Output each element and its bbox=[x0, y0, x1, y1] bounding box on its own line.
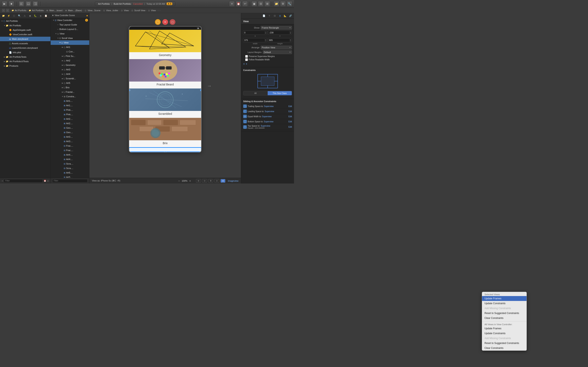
trailing-edit-btn[interactable]: Edit bbox=[288, 105, 292, 108]
file-inspector-tab[interactable]: 📄 bbox=[262, 14, 266, 18]
art1-c1-item[interactable]: ⊞ Art1.... bbox=[51, 99, 89, 103]
art1-c2-item[interactable]: ⊞ Art1.... bbox=[51, 103, 89, 108]
toggle-debug-button[interactable] bbox=[26, 1, 31, 7]
fractal-item[interactable]: ▶ L Fractal... bbox=[51, 90, 89, 94]
follow-checkbox[interactable] bbox=[245, 58, 248, 61]
canvas-mode-btn-imageview[interactable]: ⊡ bbox=[221, 179, 225, 183]
stop-button[interactable]: ■ bbox=[9, 1, 14, 7]
equal-width-edit-btn[interactable]: Edit bbox=[288, 115, 292, 118]
attributes-inspector-tab[interactable]: 🎚 bbox=[278, 14, 282, 18]
scene-tree-filter-input[interactable] bbox=[52, 179, 87, 183]
art1-item[interactable]: ▶ ◻ Art1 bbox=[51, 45, 89, 49]
connections-inspector-tab[interactable]: 🔗 bbox=[288, 14, 293, 18]
breadcrumb-nav-prev[interactable]: ‹ bbox=[158, 9, 159, 11]
utilities-toggle-button[interactable]: 🔧 bbox=[287, 1, 292, 7]
debug-toggle-button[interactable]: ⚙ bbox=[280, 1, 286, 7]
con-item[interactable]: ▶ ⊡ Con... bbox=[51, 49, 89, 54]
related-button[interactable]: ↩ bbox=[242, 1, 248, 7]
debug-navigator-tab[interactable]: 🐛 bbox=[33, 14, 38, 18]
main-storyboard-item[interactable]: ▶ 🗂 Main.storyboard bbox=[0, 37, 51, 41]
art4-item[interactable]: ▶ ◻ Art4 bbox=[51, 72, 89, 76]
arrange-select[interactable]: Position View ▼ bbox=[261, 46, 292, 49]
geo-c2-item[interactable]: ⊞ Geo.... bbox=[51, 130, 89, 134]
show-select[interactable]: Frame Rectangle ▼ bbox=[261, 26, 292, 30]
add-file-button[interactable]: + bbox=[2, 180, 3, 182]
canvas-mode-btn-4[interactable]: ⊡ bbox=[214, 179, 219, 183]
history-button[interactable]: ⏰ bbox=[236, 1, 241, 7]
brix-item[interactable]: ▶ L Brix bbox=[51, 85, 89, 90]
canvas-mode-btn-1[interactable]: ⊞ bbox=[196, 179, 201, 183]
width-stepper-up[interactable]: ▲ bbox=[265, 39, 267, 40]
y-input[interactable] bbox=[268, 31, 290, 34]
canvas-mode-btn-3[interactable]: ≣ bbox=[208, 179, 213, 183]
art4-c1-item[interactable]: ⊞ Art4.... bbox=[51, 152, 89, 157]
handle-bottom-center[interactable] bbox=[164, 151, 166, 152]
view-controller-item[interactable]: ▶ 🔶 ViewController.swift bbox=[0, 32, 51, 37]
bottom-layout-item[interactable]: ▶ ─ Bottom Layout G... bbox=[51, 27, 89, 31]
art3-c2-item[interactable]: ⊞ Art3.... bbox=[51, 139, 89, 143]
art-portfolio-group-item[interactable]: ▼ 📁 Art Portfolio bbox=[0, 23, 51, 28]
breadcrumb-scroll-view[interactable]: ◻ Scroll View bbox=[131, 9, 145, 12]
constraints-size-class-tab[interactable]: This Size Class bbox=[268, 91, 292, 95]
height-stepper-up[interactable]: ▲ bbox=[290, 39, 292, 40]
report-navigator-tab[interactable]: 📋 bbox=[44, 14, 48, 18]
warning-badge[interactable]: ⚠ 1 bbox=[167, 2, 172, 5]
identity-inspector-tab[interactable]: ⊡ bbox=[272, 14, 277, 18]
top-edit-btn[interactable]: Edit bbox=[288, 126, 292, 128]
toggle-navigator-button[interactable] bbox=[18, 1, 24, 7]
layout-margins-select[interactable]: Default ▼ bbox=[263, 50, 292, 54]
handle-left[interactable] bbox=[129, 89, 130, 91]
breakpoint-navigator-tab[interactable]: ◈ bbox=[38, 14, 43, 18]
symbol-navigator-tab[interactable]: ⬡ bbox=[12, 14, 16, 18]
bottom-edit-btn[interactable]: Edit bbox=[288, 120, 292, 123]
width-input[interactable] bbox=[243, 38, 265, 42]
y-stepper-down[interactable]: ▼ bbox=[290, 33, 292, 34]
ui-tests-item[interactable]: ▶ 📁 Art PortfolioUITests bbox=[0, 59, 51, 64]
file-navigator-tab[interactable]: 📁 bbox=[1, 14, 6, 18]
breadcrumb-vc[interactable]: ◻ View...troller bbox=[103, 9, 118, 12]
top-layout-item[interactable]: ▶ ─ Top Layout Guide bbox=[51, 22, 89, 27]
pink-c2-item[interactable]: ⊞ Pink.... bbox=[51, 112, 89, 117]
canvas-mode-btn-2[interactable]: ⊟ bbox=[202, 179, 207, 183]
pink-c1-item[interactable]: ⊞ Pink.... bbox=[51, 108, 89, 112]
breadcrumb-nav-next[interactable]: › bbox=[160, 9, 160, 11]
geometry-item[interactable]: ▶ L Geometry bbox=[51, 63, 89, 67]
breadcrumb-view[interactable]: ◻ View bbox=[121, 9, 129, 12]
constraints-all-tab[interactable]: All bbox=[243, 91, 268, 95]
add-constraint-btn-1[interactable]: + bbox=[243, 62, 245, 66]
scrambl-item[interactable]: ▶ L Scrambl... bbox=[51, 76, 89, 81]
art4-c2-item[interactable]: ⊞ Art4.... bbox=[51, 157, 89, 161]
art2-c1-item[interactable]: ⊞ Art2.... bbox=[51, 117, 89, 121]
quick-help-tab[interactable]: ? bbox=[267, 14, 272, 18]
zoom-in-button[interactable]: + bbox=[188, 179, 192, 183]
scra-c2-item[interactable]: ⊟ Scra.... bbox=[51, 166, 89, 170]
assets-item[interactable]: ▶ ◫ Assets.xcassets bbox=[0, 41, 51, 46]
scroll-view-item[interactable]: ▼ ⊡ Scroll View bbox=[51, 36, 89, 40]
app-delegate-item[interactable]: ▶ 🔶 AppDelegate.swift bbox=[0, 28, 51, 32]
breadcrumb-art-portfolio-1[interactable]: 📁 Art Portfolio bbox=[11, 9, 26, 12]
test-navigator-tab[interactable]: ◆ bbox=[28, 14, 32, 18]
breadcrumb-main-storyboard[interactable]: 🗂 Main....board bbox=[46, 9, 62, 12]
zoom-out-button[interactable]: − bbox=[177, 179, 181, 183]
x-stepper-down[interactable]: ▼ bbox=[265, 33, 267, 34]
issue-navigator-tab[interactable]: ⚠ bbox=[22, 14, 27, 18]
project-root-item[interactable]: ▼ ⬡ Art Portfolio bbox=[0, 19, 51, 23]
frac-c2-item[interactable]: ⊟ Frac.... bbox=[51, 148, 89, 152]
art3-item[interactable]: ▶ ◻ Art3 bbox=[51, 67, 89, 72]
art2-item[interactable]: ▶ ◻ Art2 bbox=[51, 58, 89, 63]
vc-icon-btn[interactable]: ◯ bbox=[155, 19, 161, 25]
width-stepper-down[interactable]: ▼ bbox=[265, 40, 267, 42]
run-button[interactable]: ▶ bbox=[2, 1, 7, 7]
geo-c1-item[interactable]: ⊞ Geo.... bbox=[51, 125, 89, 130]
products-item[interactable]: ▶ 📁 Products bbox=[0, 64, 51, 68]
nav-back-button[interactable]: ‹ bbox=[2, 8, 5, 12]
height-stepper-down[interactable]: ▼ bbox=[290, 40, 292, 42]
view-inner-item[interactable]: ▼ ◻ View bbox=[51, 40, 89, 45]
vc-tree-item[interactable]: ▼ ⊡ View Controller ! bbox=[51, 18, 89, 22]
art5-item[interactable]: ▶ ◻ Art5 bbox=[51, 81, 89, 85]
source-control-button[interactable]: ≡ bbox=[229, 1, 235, 7]
view-root-item[interactable]: ▼ ◻ View bbox=[51, 31, 89, 36]
storyboard-canvas[interactable]: ◯ ✕ ◻ ■ bbox=[89, 13, 241, 178]
toggle-inspector-button[interactable] bbox=[33, 1, 38, 7]
add-constraint-btn-2[interactable]: + bbox=[246, 62, 247, 66]
